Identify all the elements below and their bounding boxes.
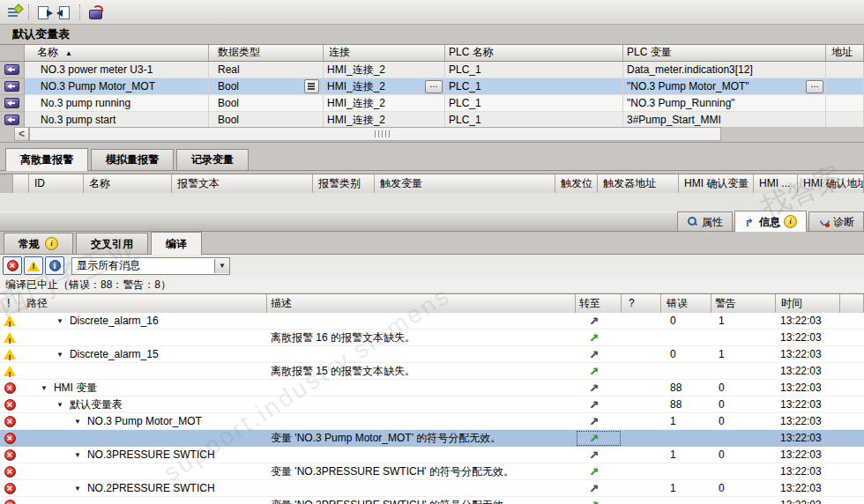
column-header-alarm-name[interactable]: 名称 xyxy=(84,174,172,193)
column-header-severity[interactable]: ! xyxy=(0,294,19,314)
tab-general[interactable]: 常规 xyxy=(4,233,73,254)
error-icon xyxy=(7,260,19,271)
tag-table: 名称▲ 数据类型 连接 PLC 名称 PLC 变量 地址 NO.3 power … xyxy=(0,44,864,129)
message-row[interactable]: 变量 'NO.2PRESSURE SWTICH' 的符号分配无效。 13:22:… xyxy=(0,497,864,504)
insert-object-icon xyxy=(7,5,22,19)
column-header-question[interactable]: ? xyxy=(622,294,661,314)
message-filter-dropdown[interactable]: 显示所有消息 ▼ xyxy=(71,257,230,275)
column-header-alarm-text[interactable]: 报警文本 xyxy=(172,174,313,193)
column-header-hmi-ack-addr[interactable]: HMI 确认地址 xyxy=(798,174,864,193)
expander-icon[interactable] xyxy=(56,397,63,413)
tab-properties[interactable]: 属性 xyxy=(677,211,733,231)
scrollbar-grip[interactable] xyxy=(375,130,391,137)
message-row[interactable]: 离散报警 16 的报警文本缺失。 13:22:03 xyxy=(0,330,864,346)
goto-arrow-icon xyxy=(589,480,599,497)
severity-icon xyxy=(4,449,16,461)
column-header-address[interactable]: 地址 xyxy=(826,45,864,61)
column-header-connection[interactable]: 连接 xyxy=(324,45,445,61)
tab-logging-tags[interactable]: 记录变量 xyxy=(176,149,249,170)
column-header-datatype[interactable]: 数据类型 xyxy=(209,45,324,61)
column-header-time[interactable]: 时间 xyxy=(776,294,840,314)
column-header-plc-name[interactable]: PLC 名称 xyxy=(445,45,623,61)
goto-arrow-icon xyxy=(589,430,599,447)
message-row[interactable]: Discrete_alarm_16 0 1 13:22:03 xyxy=(0,313,864,330)
column-header-trigger-bit[interactable]: 触发位 xyxy=(555,174,598,193)
column-header-goto[interactable]: 转至 xyxy=(576,294,622,314)
expander-icon[interactable] xyxy=(56,346,63,363)
message-row[interactable]: NO.2PRESSURE SWTICH 1 0 13:22:03 xyxy=(0,480,864,497)
tab-cross-references[interactable]: 交叉引用 xyxy=(76,233,148,254)
import-button[interactable] xyxy=(55,3,76,22)
message-filter-row: 显示所有消息 ▼ xyxy=(0,255,864,277)
tab-info[interactable]: 信息 xyxy=(734,211,807,232)
horizontal-scrollbar[interactable]: < xyxy=(0,127,864,143)
expander-icon[interactable] xyxy=(74,480,81,497)
export-button[interactable] xyxy=(34,3,55,22)
column-header-name[interactable]: 名称▲ xyxy=(25,45,209,61)
filter-errors-button[interactable] xyxy=(3,256,22,275)
goto-arrow-icon xyxy=(589,497,599,504)
filter-info-button[interactable] xyxy=(45,256,64,275)
chevron-down-icon[interactable]: ▼ xyxy=(214,259,229,273)
info-badge-icon xyxy=(784,215,797,228)
header-marker-cell xyxy=(0,45,25,61)
column-header-hmi-more[interactable]: HMI ... xyxy=(754,174,798,193)
message-row[interactable]: NO.3PRESSURE SWTICH 1 0 13:22:03 xyxy=(0,447,864,463)
expander-icon[interactable] xyxy=(56,313,63,330)
column-header-path[interactable]: 路径 xyxy=(19,294,267,314)
inspector-tabbar: 属性 信息 诊断 xyxy=(0,211,864,232)
column-header-hmi-ack-tag[interactable]: HMI 确认变量 xyxy=(679,174,754,193)
column-header-id[interactable]: ID xyxy=(29,174,84,193)
goto-arrow-icon xyxy=(589,363,599,380)
column-header-description[interactable]: 描述 xyxy=(267,294,576,314)
goto-arrow-icon xyxy=(589,330,599,346)
column-header-plc-tag[interactable]: PLC 变量 xyxy=(623,45,826,61)
info-icon xyxy=(49,260,61,271)
alarm-table: ID 名称 报警文本 报警类别 触发变量 触发位 触发器地址 HMI 确认变量 … xyxy=(0,174,864,194)
message-row[interactable]: HMI 变量 88 0 13:22:03 xyxy=(0,380,864,397)
sort-asc-icon: ▲ xyxy=(65,49,72,57)
goto-arrow-icon xyxy=(589,313,599,330)
message-table-header: ! 路径 描述 转至 ? 错误 警告 时间 xyxy=(0,293,864,315)
info-badge-icon xyxy=(45,237,58,250)
tag-row[interactable]: No.3 pump running Bool HMI_连接_2 PLC_1 "N… xyxy=(0,95,864,112)
tab-diagnostics[interactable]: 诊断 xyxy=(808,211,864,231)
tag-row-selected[interactable]: NO.3 Pump Motor_MOT Bool HMI_连接_2 PLC_1 … xyxy=(0,78,864,95)
tab-compile[interactable]: 编译 xyxy=(151,232,202,255)
alarm-tab-strip: 离散量报警 模拟量报警 记录变量 xyxy=(0,148,864,171)
message-row[interactable]: NO.3 Pump Motor_MOT 1 0 13:22:03 xyxy=(0,413,864,430)
rename-tag-icon xyxy=(88,5,103,19)
rename-tag-button[interactable] xyxy=(85,3,106,22)
message-row[interactable]: 离散报警 15 的报警文本缺失。 13:22:03 xyxy=(0,363,864,380)
hmi-tag-icon xyxy=(4,64,19,75)
filter-warnings-button[interactable] xyxy=(24,256,43,275)
column-header-warnings[interactable]: 警告 xyxy=(711,294,776,314)
insert-object-button[interactable] xyxy=(4,3,25,22)
scroll-left-button[interactable]: < xyxy=(14,127,29,141)
message-row[interactable]: 默认变量表 88 0 13:22:03 xyxy=(0,397,864,413)
connection-browse-button[interactable] xyxy=(425,80,443,93)
tag-row[interactable]: NO.3 power meter U3-1 Real HMI_连接_2 PLC_… xyxy=(0,62,864,78)
message-row[interactable]: 变量 'NO.3PRESSURE SWTICH' 的符号分配无效。 13:22:… xyxy=(0,463,864,480)
column-header-errors[interactable]: 错误 xyxy=(661,294,711,314)
expander-icon[interactable] xyxy=(74,413,81,430)
tab-discrete-alarms[interactable]: 离散量报警 xyxy=(5,148,88,171)
expander-icon[interactable] xyxy=(74,447,81,463)
tab-analog-alarms[interactable]: 模拟量报警 xyxy=(91,149,174,170)
goto-arrow-icon xyxy=(589,413,599,430)
expander-icon[interactable] xyxy=(41,380,48,397)
datatype-list-button[interactable] xyxy=(304,79,319,93)
message-row-selected[interactable]: 变量 'NO.3 Pump Motor_MOT' 的符号分配无效。 13:22:… xyxy=(0,430,864,447)
plc-tag-browse-button[interactable] xyxy=(806,80,823,93)
diagnostics-icon xyxy=(818,216,830,227)
hmi-tag-icon xyxy=(4,115,19,125)
column-header-trigger-addr[interactable]: 触发器地址 xyxy=(598,174,679,193)
goto-arrow-icon xyxy=(589,346,599,363)
message-row[interactable]: Discrete_alarm_15 0 1 13:22:03 xyxy=(0,346,864,363)
column-header-alarm-class[interactable]: 报警类别 xyxy=(313,174,375,193)
message-table-body: Discrete_alarm_16 0 1 13:22:03 离散报警 16 的… xyxy=(0,313,864,504)
alarm-table-header: ID 名称 报警文本 报警类别 触发变量 触发位 触发器地址 HMI 确认变量 … xyxy=(0,174,864,194)
severity-icon xyxy=(4,416,16,427)
column-header-trigger-tag[interactable]: 触发变量 xyxy=(375,174,555,193)
properties-icon xyxy=(687,216,698,227)
